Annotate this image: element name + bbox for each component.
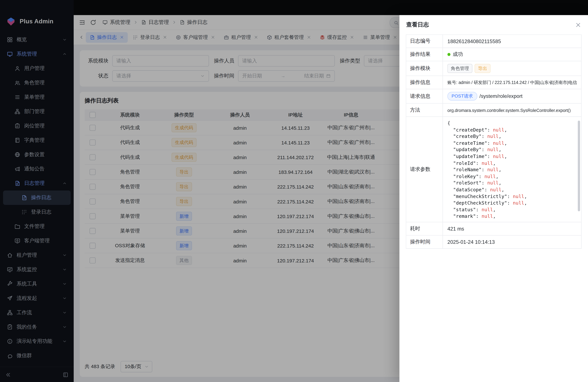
field-value: 1882612840802115585 bbox=[443, 35, 581, 48]
field-text: 421 ms bbox=[447, 226, 464, 232]
field-value: 角色管理导出 bbox=[443, 61, 581, 76]
field-label: 操作结果 bbox=[406, 48, 443, 61]
field-label: 耗时 bbox=[406, 222, 443, 235]
drawer-field-result: 操作结果成功 bbox=[406, 48, 581, 61]
app-root: Plus Admin 概览系统管理用户管理角色管理菜单管理部门管理岗位管理字典管… bbox=[0, 0, 588, 382]
field-label: 请求参数 bbox=[406, 117, 443, 222]
module-tag: 导出 bbox=[475, 64, 490, 73]
field-value: 2025-01-24 10:14:13 bbox=[443, 235, 581, 248]
drawer-field-request: 请求信息POST请求/system/role/export bbox=[406, 89, 581, 104]
field-text: 账号: admin / 研发部门 / 222.175.114.242 / 中国|… bbox=[447, 80, 577, 85]
drawer-field-module: 操作模块角色管理导出 bbox=[406, 61, 581, 76]
request-method-tag: POST请求 bbox=[447, 92, 477, 101]
field-text: 2025-01-24 10:14:13 bbox=[447, 239, 495, 245]
field-label: 请求信息 bbox=[406, 89, 443, 103]
drawer-field-log-id: 日志编号1882612840802115585 bbox=[406, 35, 581, 48]
field-label: 日志编号 bbox=[406, 35, 443, 48]
field-value: 成功 bbox=[443, 48, 581, 61]
module-tag: 角色管理 bbox=[447, 64, 472, 73]
field-value: POST请求/system/role/export bbox=[443, 89, 581, 103]
drawer-body: 日志编号1882612840802115585操作结果成功操作模块角色管理导出操… bbox=[399, 33, 588, 256]
field-label: 操作模块 bbox=[406, 61, 443, 76]
scrollbar-thumb[interactable] bbox=[578, 121, 580, 211]
status-text: 成功 bbox=[453, 51, 463, 58]
field-value: { "createDept": null, "createBy": null, … bbox=[443, 117, 581, 222]
request-params-json[interactable]: { "createDept": null, "createBy": null, … bbox=[447, 120, 527, 219]
request-url: /system/role/export bbox=[479, 93, 523, 99]
field-label: 方法 bbox=[406, 104, 443, 116]
status-dot bbox=[447, 53, 450, 56]
field-value: 421 ms bbox=[443, 222, 581, 235]
field-label: 操作信息 bbox=[406, 76, 443, 89]
field-text: org.dromara.system.controller.system.Sys… bbox=[447, 107, 571, 112]
drawer-field-info: 操作信息账号: admin / 研发部门 / 222.175.114.242 /… bbox=[406, 76, 581, 89]
field-label: 操作时间 bbox=[406, 235, 443, 248]
drawer-title: 查看日志 bbox=[406, 21, 429, 28]
field-text: 1882612840802115585 bbox=[447, 38, 501, 44]
drawer-field-time: 操作时间2025-01-24 10:14:13 bbox=[406, 235, 581, 248]
drawer-field-method: 方法org.dromara.system.controller.system.S… bbox=[406, 104, 581, 117]
view-log-drawer: 查看日志 日志编号1882612840802115585操作结果成功操作模块角色… bbox=[399, 15, 588, 382]
drawer-field-duration: 耗时421 ms bbox=[406, 222, 581, 235]
drawer-header: 查看日志 bbox=[399, 15, 588, 33]
field-value: 账号: admin / 研发部门 / 222.175.114.242 / 中国|… bbox=[443, 76, 581, 89]
close-icon[interactable] bbox=[575, 22, 581, 28]
log-detail-descriptions: 日志编号1882612840802115585操作结果成功操作模块角色管理导出操… bbox=[406, 35, 582, 249]
drawer-field-params: 请求参数{ "createDept": null, "createBy": nu… bbox=[406, 117, 581, 222]
field-value: org.dromara.system.controller.system.Sys… bbox=[443, 104, 581, 116]
